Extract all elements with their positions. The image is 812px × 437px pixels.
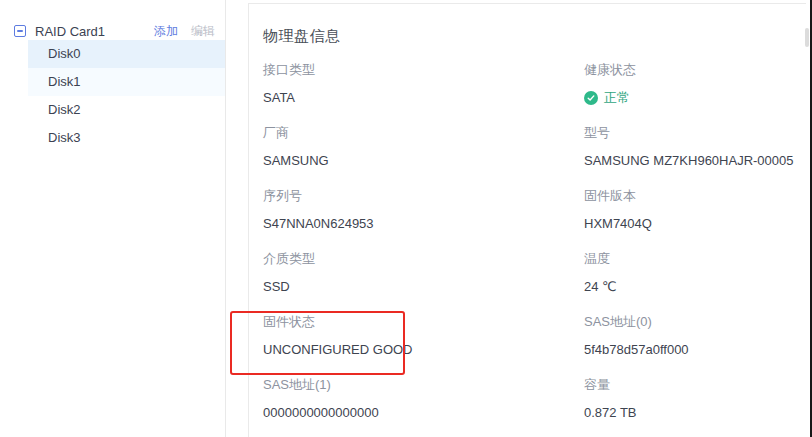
physical-disk-info-card: 物理盘信息 接口类型 SATA 健康状态 正常 厂商 SAMSUNG — [248, 3, 806, 437]
field-value: 0000000000000000 — [263, 404, 584, 422]
field-vendor: 厂商 SAMSUNG — [263, 124, 584, 187]
field-label: SAS地址(0) — [584, 313, 806, 331]
field-media-type: 介质类型 SSD — [263, 250, 584, 313]
field-temperature: 温度 24 ℃ — [584, 250, 806, 313]
field-value: SSD — [263, 278, 584, 296]
field-grid: 接口类型 SATA 健康状态 正常 厂商 SAMSUNG 型号 SAMSUNG … — [263, 61, 806, 437]
edit-link[interactable]: 编辑 — [191, 23, 215, 40]
field-value: 正常 — [584, 89, 806, 107]
field-capacity: 容量 0.872 TB — [584, 376, 806, 437]
disk-list: Disk0 Disk1 Disk2 Disk3 — [28, 40, 225, 152]
page-title: 物理盘信息 — [263, 27, 806, 46]
field-firmware-state: 固件状态 UNCONFIGURED GOOD — [263, 313, 584, 376]
field-label: 固件状态 — [263, 313, 584, 331]
disk-item-disk1[interactable]: Disk1 — [28, 68, 225, 96]
field-sas-address-0: SAS地址(0) 5f4b78d57a0ff000 — [584, 313, 806, 376]
disk-item-disk3[interactable]: Disk3 — [28, 124, 225, 152]
field-label: 健康状态 — [584, 61, 806, 79]
field-value: SAMSUNG — [263, 152, 584, 170]
field-label: 厂商 — [263, 124, 584, 142]
field-label: 型号 — [584, 124, 806, 142]
physical-disk-page: RAID Card1 添加 编辑 Disk0 Disk1 Disk2 Disk3… — [0, 0, 812, 437]
health-status-text: 正常 — [604, 89, 630, 107]
field-serial-number: 序列号 S47NNA0N624953 — [263, 187, 584, 250]
field-model: 型号 SAMSUNG MZ7KH960HAJR-00005 — [584, 124, 806, 187]
check-circle-icon — [584, 91, 598, 105]
field-value: 24 ℃ — [584, 278, 806, 296]
field-health-status: 健康状态 正常 — [584, 61, 806, 124]
field-label: 序列号 — [263, 187, 584, 205]
field-label: 温度 — [584, 250, 806, 268]
collapse-toggle-icon[interactable] — [14, 25, 26, 37]
field-value: 0.872 TB — [584, 404, 806, 422]
disk-item-disk0[interactable]: Disk0 — [28, 40, 225, 68]
field-label: 接口类型 — [263, 61, 584, 79]
field-value: SAMSUNG MZ7KH960HAJR-00005 — [584, 152, 806, 170]
tree-actions: 添加 编辑 — [154, 23, 215, 40]
field-sas-address-1: SAS地址(1) 0000000000000000 — [263, 376, 584, 437]
field-interface-type: 接口类型 SATA — [263, 61, 584, 124]
disk-item-disk2[interactable]: Disk2 — [28, 96, 225, 124]
sidebar-disk-tree: RAID Card1 添加 编辑 Disk0 Disk1 Disk2 Disk3 — [0, 0, 226, 437]
raid-card-label[interactable]: RAID Card1 — [35, 24, 154, 39]
field-label: 介质类型 — [263, 250, 584, 268]
field-value: SATA — [263, 89, 584, 107]
field-firmware-version: 固件版本 HXM7404Q — [584, 187, 806, 250]
field-label: 固件版本 — [584, 187, 806, 205]
add-link[interactable]: 添加 — [154, 23, 178, 40]
field-value: UNCONFIGURED GOOD — [263, 341, 584, 359]
field-label: SAS地址(1) — [263, 376, 584, 394]
vertical-scrollbar-thumb[interactable] — [805, 28, 809, 47]
minus-glyph — [17, 30, 23, 32]
field-value: S47NNA0N624953 — [263, 215, 584, 233]
field-label: 容量 — [584, 376, 806, 394]
field-value: 5f4b78d57a0ff000 — [584, 341, 806, 359]
field-value: HXM7404Q — [584, 215, 806, 233]
